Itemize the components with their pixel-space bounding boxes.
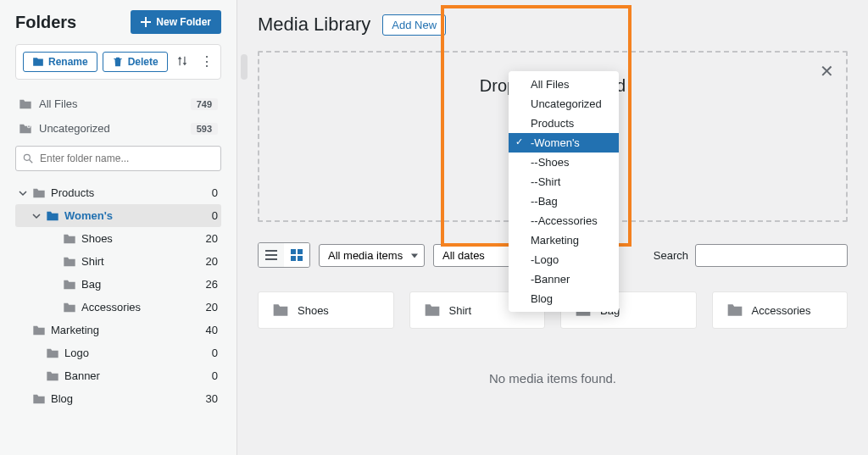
dropdown-option[interactable]: -Banner xyxy=(509,269,619,289)
new-folder-button[interactable]: New Folder xyxy=(131,10,221,34)
tree-node-count: 0 xyxy=(212,209,218,222)
trash-icon xyxy=(112,56,124,68)
tree-node-label: Blog xyxy=(51,392,73,405)
svg-point-3 xyxy=(24,154,30,160)
tree-node-banner[interactable]: Banner0 xyxy=(15,364,221,387)
folder-icon xyxy=(63,302,76,314)
uncategorized-icon xyxy=(19,123,32,135)
search-icon xyxy=(22,153,34,164)
folder-icon xyxy=(272,302,289,318)
delete-label: Delete xyxy=(128,56,159,68)
tree-node-accessories[interactable]: Accessories20 xyxy=(15,296,221,319)
dropdown-option[interactable]: --Shirt xyxy=(509,172,619,191)
svg-line-4 xyxy=(30,160,33,164)
folder-icon xyxy=(46,210,59,222)
dropdown-option[interactable]: Marketing xyxy=(509,230,619,250)
folder-icon xyxy=(424,302,441,318)
media-type-filter[interactable]: All media items xyxy=(319,244,425,267)
tree-node-marketing[interactable]: Marketing40 xyxy=(15,319,221,341)
tree-node-label: Logo xyxy=(64,347,89,359)
no-items-message: No media items found. xyxy=(258,371,848,386)
tree-node-count: 40 xyxy=(206,324,218,336)
tree-node-count: 20 xyxy=(206,301,218,314)
tree-node-label: Marketing xyxy=(51,324,99,336)
sidebar-title: Folders xyxy=(15,13,76,32)
dropdown-option[interactable]: Blog xyxy=(509,289,619,308)
tree-node-count: 30 xyxy=(206,392,218,405)
svg-rect-7 xyxy=(265,258,277,260)
tree-node-count: 26 xyxy=(206,278,218,291)
dropdown-option[interactable]: --Shoes xyxy=(509,153,619,172)
tree-node-label: Accessories xyxy=(81,301,141,314)
tree-node-count: 20 xyxy=(206,255,218,268)
tree-node-logo[interactable]: Logo0 xyxy=(15,341,221,364)
folder-card-shoes[interactable]: Shoes xyxy=(258,291,394,329)
dropdown-option[interactable]: --Bag xyxy=(509,191,619,211)
folder-icon xyxy=(32,187,46,199)
tree-node-shirt[interactable]: Shirt20 xyxy=(15,250,221,273)
chevron-down-icon xyxy=(19,189,27,197)
uncategorized-label: Uncategorized xyxy=(39,122,110,135)
folder-card-label: Shoes xyxy=(298,304,329,317)
dropdown-option[interactable]: --Accessories xyxy=(509,211,619,230)
list-view-button[interactable] xyxy=(259,243,284,267)
rename-button[interactable]: Rename xyxy=(23,52,97,72)
tree-node-count: 0 xyxy=(212,186,218,199)
folder-edit-icon xyxy=(32,56,44,68)
folder-icon xyxy=(726,302,743,318)
folder-icon xyxy=(32,393,46,405)
svg-rect-9 xyxy=(298,249,303,254)
close-dropzone-button[interactable]: ✕ xyxy=(820,61,834,81)
svg-rect-1 xyxy=(141,21,151,23)
tree-node-count: 0 xyxy=(212,369,218,382)
folder-card-label: Shirt xyxy=(449,304,472,317)
folder-icon xyxy=(63,279,76,291)
list-icon xyxy=(264,248,278,262)
dropdown-option[interactable]: -Women's xyxy=(509,133,619,153)
dropdown-option[interactable]: Products xyxy=(509,114,619,133)
folder-icon xyxy=(63,256,76,268)
folder-search xyxy=(15,146,221,171)
tree-node-shoes[interactable]: Shoes20 xyxy=(15,227,221,250)
tree-node-products[interactable]: Products0 xyxy=(15,181,221,204)
media-search-input[interactable] xyxy=(695,244,848,267)
tree-node-label: Bag xyxy=(81,278,101,291)
tree-node-label: Shoes xyxy=(81,232,113,245)
dropdown-option[interactable]: -Logo xyxy=(509,250,619,269)
folder-icon xyxy=(46,370,59,382)
delete-button[interactable]: Delete xyxy=(103,52,168,72)
all-files-row[interactable]: All Files 749 xyxy=(15,92,221,116)
uncategorized-count: 593 xyxy=(191,123,218,135)
tree-node-label: Products xyxy=(51,186,94,199)
folder-icon xyxy=(63,233,76,245)
dropdown-option[interactable]: Uncategorized xyxy=(509,94,619,114)
tree-node-women-s[interactable]: Women's0 xyxy=(15,204,221,227)
folder-icon xyxy=(46,347,59,359)
files-icon xyxy=(19,98,32,110)
folder-icon xyxy=(32,325,46,336)
folder-toolbar: Rename Delete ⋮ xyxy=(15,44,221,80)
svg-rect-8 xyxy=(291,249,296,254)
tree-node-blog[interactable]: Blog30 xyxy=(15,387,221,410)
folder-search-input[interactable] xyxy=(15,146,221,171)
svg-rect-5 xyxy=(265,250,277,252)
tree-node-label: Women's xyxy=(64,209,113,222)
svg-rect-6 xyxy=(265,254,277,256)
view-toggle xyxy=(258,242,310,268)
page-title: Media Library xyxy=(258,14,370,36)
tree-node-label: Shirt xyxy=(81,255,104,268)
tree-node-count: 20 xyxy=(206,232,218,245)
folders-sidebar: Folders New Folder Rename Delete ⋮ xyxy=(0,0,237,455)
add-new-button[interactable]: Add New xyxy=(382,14,446,36)
folder-card-accessories[interactable]: Accessories xyxy=(712,291,849,329)
grid-icon xyxy=(290,248,303,262)
uncategorized-row[interactable]: Uncategorized 593 xyxy=(15,116,221,141)
dropdown-option[interactable]: All Files xyxy=(509,75,619,94)
tree-node-bag[interactable]: Bag26 xyxy=(15,273,221,296)
sort-icon[interactable] xyxy=(173,53,192,71)
search-label: Search xyxy=(654,249,688,262)
svg-rect-11 xyxy=(298,256,303,261)
more-menu-icon[interactable]: ⋮ xyxy=(197,53,217,70)
grid-view-button[interactable] xyxy=(284,243,309,267)
rename-label: Rename xyxy=(48,56,88,68)
